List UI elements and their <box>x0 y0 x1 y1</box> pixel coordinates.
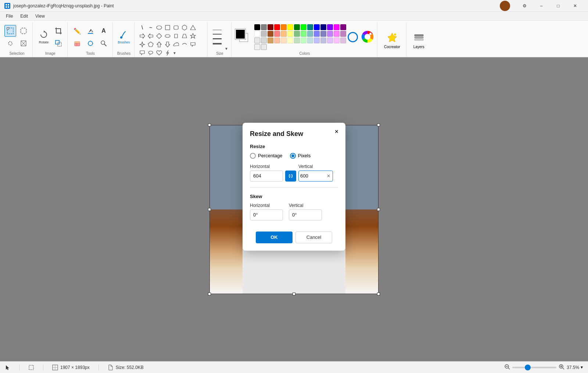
vertical-input-container: ✕ <box>298 171 333 182</box>
skew-horizontal-input[interactable] <box>250 209 283 220</box>
percentage-label: Percentage <box>258 153 283 158</box>
dialog-divider <box>250 187 338 188</box>
skew-vertical-label: Vertical <box>289 203 322 208</box>
horizontal-field-label: Horizontal <box>250 164 283 169</box>
skew-section-title: Skew <box>250 194 338 199</box>
vertical-field-group: Vertical ✕ <box>298 164 333 182</box>
vertical-field-label: Vertical <box>298 164 333 169</box>
link-button[interactable] <box>285 171 296 182</box>
horizontal-field-group: Horizontal <box>250 164 283 182</box>
resize-skew-dialog: Resize and Skew ✕ Resize Percentage Pixe… <box>243 123 345 251</box>
pixels-label: Pixels <box>298 153 311 158</box>
pixels-radio-circle <box>290 153 296 159</box>
horizontal-input[interactable] <box>250 171 283 182</box>
cancel-button[interactable]: Cancel <box>295 232 332 243</box>
skew-horizontal-label: Horizontal <box>250 203 283 208</box>
resize-fields-row: Horizontal Vertical ✕ <box>250 164 338 182</box>
percentage-radio-circle <box>250 153 256 159</box>
resize-section-title: Resize <box>250 144 338 149</box>
dialog-title: Resize and Skew <box>250 130 338 138</box>
ok-button[interactable]: OK <box>256 232 293 243</box>
pixels-radio[interactable]: Pixels <box>290 153 311 159</box>
percentage-radio[interactable]: Percentage <box>250 153 283 159</box>
resize-mode-group: Percentage Pixels <box>250 153 338 159</box>
skew-vertical-group: Vertical <box>289 203 322 220</box>
dialog-overlay: Resize and Skew ✕ Resize Percentage Pixe… <box>0 0 588 373</box>
vertical-input[interactable] <box>300 171 326 181</box>
pixels-radio-inner <box>291 154 294 157</box>
skew-vertical-input[interactable] <box>289 209 322 220</box>
dialog-buttons: OK Cancel <box>250 232 338 243</box>
vertical-clear-button[interactable]: ✕ <box>326 173 331 179</box>
dialog-close-button[interactable]: ✕ <box>332 127 341 136</box>
skew-fields-row: Horizontal Vertical <box>250 203 338 220</box>
skew-horizontal-group: Horizontal <box>250 203 283 220</box>
